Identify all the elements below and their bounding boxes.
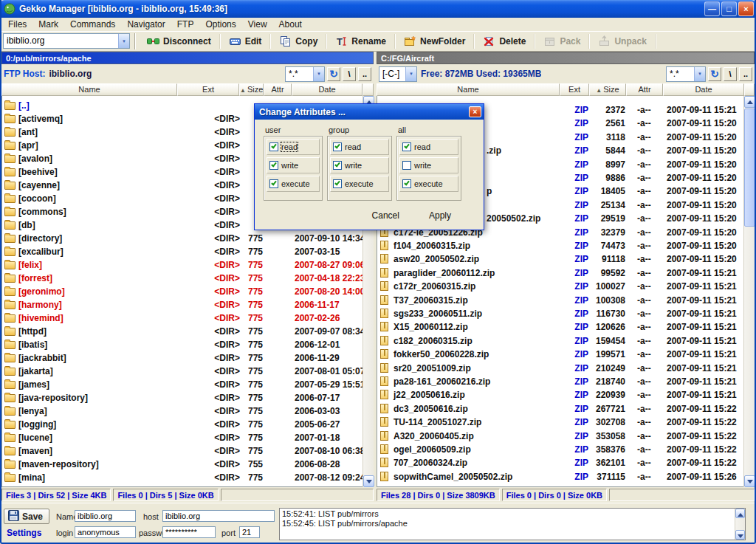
left-path-bar[interactable]: 0:/pub/mirrors/apache: [1, 52, 374, 64]
column-header-date[interactable]: Date: [663, 83, 744, 96]
close-button[interactable]: ×: [738, 1, 754, 16]
checkbox-user-write[interactable]: write: [267, 157, 320, 173]
drive-select[interactable]: [-C-] ▼: [379, 66, 417, 82]
title-bar[interactable]: Gekko Manager [ibiblio.org - ibiblio.org…: [0, 0, 756, 18]
login-field[interactable]: [75, 526, 136, 538]
right-refresh-button[interactable]: ↻: [708, 67, 721, 81]
file-row[interactable]: ogel_20060509.zipZIP358376-a--2007-09-11…: [377, 443, 743, 456]
checkbox-all-execute[interactable]: execute: [399, 176, 458, 192]
column-header-size[interactable]: ▲Size: [239, 83, 264, 96]
file-row[interactable]: [harmony]<DIR>7752006-11-17: [2, 298, 362, 311]
pack-button[interactable]: Pack: [537, 32, 587, 51]
scroll-thumb[interactable]: [744, 109, 755, 227]
checkbox-group-execute[interactable]: execute: [330, 176, 389, 192]
column-header-name[interactable]: Name: [377, 83, 560, 96]
menu-commands[interactable]: Commands: [65, 18, 120, 30]
menu-about[interactable]: About: [274, 18, 307, 30]
settings-link[interactable]: Settings: [7, 528, 41, 538]
checkbox-user-read[interactable]: read: [267, 139, 320, 155]
file-row[interactable]: [geronimo]<DIR>7752007-08-20 14:00: [2, 285, 362, 298]
left-up-button[interactable]: ..: [358, 67, 371, 81]
file-row[interactable]: sr20_20051009.zipZIP210249-a--2007-09-11…: [377, 362, 743, 375]
file-row[interactable]: [httpd]<DIR>7752007-09-07 08:34: [2, 325, 362, 338]
file-row[interactable]: dc3_20050616.zipZIP267721-a--2007-09-11 …: [377, 402, 743, 416]
cancel-button[interactable]: Cancel: [368, 209, 404, 222]
scroll-down-button[interactable]: [735, 530, 745, 540]
menu-ftp[interactable]: FTP: [172, 18, 199, 30]
unpack-button[interactable]: Unpack: [591, 32, 653, 51]
file-row[interactable]: [logging]<DIR>7752005-06-27: [2, 418, 362, 431]
file-row[interactable]: [jakarta]<DIR>7752007-08-01 05:07: [2, 365, 362, 378]
delete-button[interactable]: Delete: [476, 32, 532, 51]
file-row[interactable]: A320_20060405.zipZIP353058-a--2007-09-11…: [377, 430, 743, 443]
edit-button[interactable]: Edit: [222, 32, 269, 51]
menu-view[interactable]: View: [243, 18, 272, 30]
name-field[interactable]: [75, 510, 136, 522]
chevron-down-icon[interactable]: ▼: [313, 67, 324, 81]
menu-options[interactable]: Options: [200, 18, 241, 30]
right-root-button[interactable]: \: [724, 67, 737, 81]
file-row[interactable]: TU-114_20051027.zipZIP302708-a--2007-09-…: [377, 416, 743, 429]
file-row[interactable]: T37_20060315.zipZIP100308-a--2007-09-11 …: [377, 294, 743, 307]
menu-navigator[interactable]: Navigator: [122, 18, 170, 30]
file-row[interactable]: [lenya]<DIR>7752006-03-03: [2, 404, 362, 418]
checkbox-group-read[interactable]: read: [330, 139, 389, 155]
column-header-size[interactable]: ▲Size: [589, 83, 626, 96]
file-row[interactable]: [felix]<DIR>7752007-08-27 09:06: [2, 258, 362, 272]
file-row[interactable]: f104_20060315.zipZIP74473-a--2007-09-11 …: [377, 239, 743, 252]
file-row[interactable]: [lucene]<DIR>7752007-01-18: [2, 431, 362, 444]
right-path-bar[interactable]: C:/FG/Aircraft: [377, 52, 755, 64]
disconnect-button[interactable]: Disconnect: [140, 32, 218, 51]
file-row[interactable]: [maven]<DIR>7752007-08-10 06:38: [2, 444, 362, 458]
connection-select[interactable]: ibiblio.org ▼: [3, 33, 130, 49]
save-button[interactable]: Save: [4, 509, 49, 524]
passwd-field[interactable]: [162, 526, 216, 538]
file-row[interactable]: fokker50_20060228.zipZIP199571-a--2007-0…: [377, 348, 743, 361]
chevron-down-icon[interactable]: ▼: [694, 67, 705, 81]
right-up-button[interactable]: ..: [739, 67, 752, 81]
file-row[interactable]: [hivemind]<DIR>7752007-02-26: [2, 311, 362, 325]
newfolder-button[interactable]: NewFolder: [397, 32, 472, 51]
column-header-date[interactable]: Date: [292, 83, 362, 96]
column-header-name[interactable]: Name: [1, 83, 177, 96]
left-filter-select[interactable]: *.* ▼: [285, 66, 325, 82]
rename-button[interactable]: TRename: [329, 32, 393, 51]
chevron-down-icon[interactable]: ▼: [405, 67, 416, 81]
scroll-up-button[interactable]: [735, 509, 745, 518]
column-header-ext[interactable]: Ext: [560, 83, 589, 96]
file-row[interactable]: c172r_20060315.zipZIP100027-a--2007-09-1…: [377, 280, 743, 293]
file-row[interactable]: [ibatis]<DIR>7752006-12-01: [2, 338, 362, 351]
dialog-close-button[interactable]: ×: [469, 106, 481, 117]
file-row[interactable]: [java-repository]<DIR>7752006-07-17: [2, 391, 362, 404]
left-root-button[interactable]: \: [343, 67, 356, 81]
port-field[interactable]: [239, 526, 260, 538]
menu-files[interactable]: Files: [3, 18, 32, 30]
checkbox-all-write[interactable]: write: [399, 157, 458, 173]
minimize-button[interactable]: —: [704, 1, 720, 16]
file-row[interactable]: [directory]<DIR>7752007-09-10 14:34: [2, 232, 362, 245]
host-field[interactable]: [162, 510, 275, 522]
apply-button[interactable]: Apply: [425, 209, 456, 222]
file-row[interactable]: sgs233_20060511.zipZIP116730-a--2007-09-…: [377, 307, 743, 320]
checkbox-all-read[interactable]: read: [399, 139, 458, 155]
file-row[interactable]: c182_20060315.zipZIP159454-a--2007-09-11…: [377, 334, 743, 348]
file-row[interactable]: pa28-161_20060216.zipZIP218740-a--2007-0…: [377, 375, 743, 388]
file-row[interactable]: j22_20050616.zipZIP220939-a--2007-09-11 …: [377, 388, 743, 402]
chevron-down-icon[interactable]: ▼: [118, 34, 129, 48]
file-row[interactable]: sopwithCamel_20050502.zipZIP371115-a--20…: [377, 470, 743, 483]
column-header-ext[interactable]: Ext: [177, 83, 239, 96]
file-row[interactable]: [james]<DIR>7752007-05-29 15:51: [2, 378, 362, 391]
file-row[interactable]: asw20_20050502.zipZIP91118-a--2007-09-11…: [377, 252, 743, 266]
file-row[interactable]: [jackrabbit]<DIR>7752006-11-29: [2, 351, 362, 365]
left-refresh-button[interactable]: ↻: [327, 67, 340, 81]
menu-mark[interactable]: Mark: [33, 18, 63, 30]
file-row[interactable]: [maven-repository]<DIR>7552006-08-28: [2, 458, 362, 471]
maximize-button[interactable]: □: [721, 1, 737, 16]
checkbox-user-execute[interactable]: execute: [267, 176, 320, 192]
file-row[interactable]: paraglider_20060112.zipZIP99592-a--2007-…: [377, 266, 743, 280]
file-row[interactable]: [forrest]<DIR>7752007-04-18 22:23: [2, 272, 362, 285]
right-filter-select[interactable]: *.* ▼: [666, 66, 706, 82]
column-header-attr[interactable]: Attr: [626, 83, 663, 96]
checkbox-group-write[interactable]: write: [330, 157, 389, 173]
scroll-down-button[interactable]: [744, 475, 755, 487]
